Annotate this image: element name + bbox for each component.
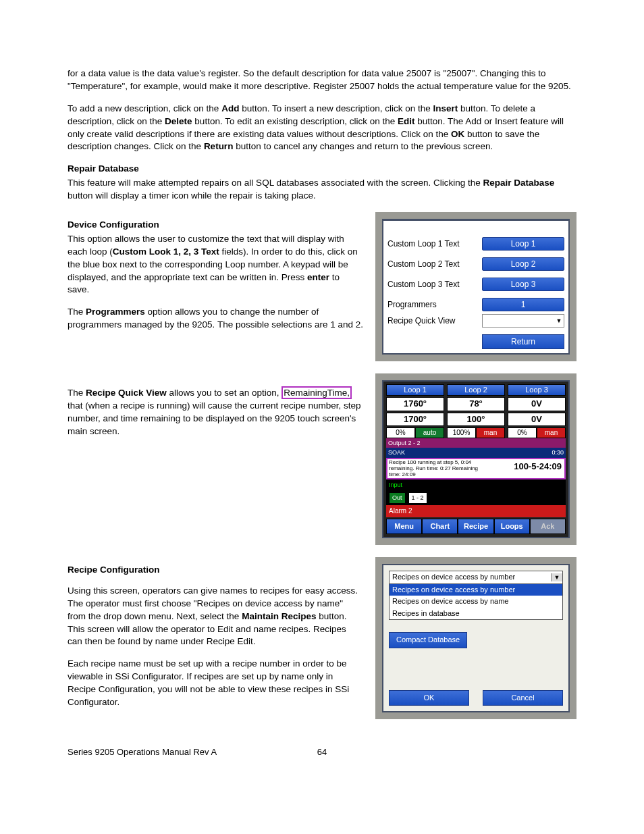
device-config-screenshot: Custom Loop 1 Text Loop 1 Custom Loop 2 … xyxy=(375,212,576,361)
dropdown-option-in-database[interactable]: Recipes in database xyxy=(390,608,562,619)
loop2-value2: 100° xyxy=(447,413,505,426)
programmers-bold: Programmers xyxy=(86,307,145,317)
maintain-recipes-bold: Maintain Recipes xyxy=(242,611,316,621)
footer-page-number: 64 xyxy=(308,746,336,758)
recipe-config-screenshot: Recipes on device access by number ▼ Rec… xyxy=(375,557,576,719)
recipe-display-highlight: Recipe 100 running at step 5, 0:04 remai… xyxy=(386,458,566,479)
loop3-pct: 0% xyxy=(508,427,537,438)
output-bar: Output 2 - 2 xyxy=(386,438,566,448)
recipe-configuration-p2: Each recipe name must be set up with a r… xyxy=(68,658,363,709)
custom-loop3-field[interactable]: Loop 3 xyxy=(482,278,564,291)
recipe-quick-view-bold: Recipe Quick View xyxy=(86,388,167,398)
text: This feature will make attempted repairs… xyxy=(68,178,483,188)
text: allows you to set an option, xyxy=(167,388,281,398)
loop3-mode[interactable]: man xyxy=(537,427,566,438)
custom-loop1-field[interactable]: Loop 1 xyxy=(482,237,564,251)
compact-database-button[interactable]: Compact Database xyxy=(389,632,467,648)
programmers-label: Programmers xyxy=(387,299,482,311)
custom-look-text-bold: Custom Look 1, 2, 3 Text xyxy=(113,246,219,257)
loop2-mode[interactable]: man xyxy=(476,427,505,438)
text: button will display a timer icon while t… xyxy=(68,190,316,201)
insert-label: Insert xyxy=(433,103,458,113)
loop1-mode[interactable]: auto xyxy=(415,427,444,438)
ok-label: OK xyxy=(451,129,464,139)
ok-button[interactable]: OK xyxy=(389,690,469,706)
text: button. To edit an existing description,… xyxy=(192,116,398,126)
add-label: Add xyxy=(221,103,239,113)
recipe-running-text: Recipe 100 running at step 5, 0:04 remai… xyxy=(387,459,489,478)
loop2-pct: 100% xyxy=(447,427,476,438)
repair-database-bold: Repair Database xyxy=(483,178,555,188)
enter-bold: enter xyxy=(307,272,329,282)
text: button to cancel any changes and return … xyxy=(233,141,493,151)
loop3-value1: 0V xyxy=(508,397,566,411)
dropdown-option-by-name[interactable]: Recipes on device access by name xyxy=(390,596,562,607)
soak-bar: SOAK 0:30 xyxy=(386,448,566,458)
repair-database-heading: Repair Database xyxy=(68,163,576,176)
loop1-value2: 1700° xyxy=(386,413,444,426)
device-configuration-p2: The Programmers option allows you to cha… xyxy=(68,306,363,332)
out-label: Out xyxy=(389,492,406,504)
chart-button[interactable]: Chart xyxy=(422,519,458,534)
text: The xyxy=(68,388,86,398)
recipe-quick-view-dropdown[interactable]: ▼ xyxy=(482,314,564,328)
custom-loop3-label: Custom Loop 3 Text xyxy=(387,279,482,290)
text: that (when a recipe is running) will cau… xyxy=(68,400,360,436)
device-configuration-heading: Device Configuration xyxy=(68,219,363,232)
ack-button[interactable]: Ack xyxy=(530,519,566,534)
loop1-value1: 1760° xyxy=(386,397,444,411)
menu-button[interactable]: Menu xyxy=(386,519,422,534)
custom-loop1-label: Custom Loop 1 Text xyxy=(387,238,482,250)
intro-paragraph-2: To add a new description, click on the A… xyxy=(68,103,576,154)
page-footer: Series 9205 Operations Manual Rev A 64 xyxy=(68,746,576,758)
delete-label: Delete xyxy=(165,116,192,126)
recipe-quick-view-text: The Recipe Quick View allows you to set … xyxy=(68,387,363,438)
dropdown-option-by-number[interactable]: Recipes on device access by number xyxy=(390,584,562,596)
soak-label: SOAK xyxy=(388,448,405,457)
remaining-time-highlight: RemainingTime, xyxy=(281,386,352,399)
loop3-value2: 0V xyxy=(508,413,566,426)
return-label: Return xyxy=(204,141,234,151)
device-configuration-p1: This option allows the user to customize… xyxy=(68,233,363,296)
edit-label: Edit xyxy=(398,116,415,126)
out-value: 1 - 2 xyxy=(408,492,427,504)
intro-paragraph-1: for a data value is the data value's reg… xyxy=(68,68,576,93)
loops-button[interactable]: Loops xyxy=(494,519,530,534)
cancel-button[interactable]: Cancel xyxy=(483,690,563,706)
recipe-configuration-p1: Using this screen, operators can give na… xyxy=(68,585,363,648)
recipe-access-dropdown[interactable]: Recipes on device access by number ▼ xyxy=(389,571,563,584)
dropdown-options: Recipes on device access by number Recip… xyxy=(389,584,563,620)
loop2-header[interactable]: Loop 2 xyxy=(447,384,505,396)
loop1-pct: 0% xyxy=(386,427,415,438)
recipe-configuration-heading: Recipe Configuration xyxy=(68,564,363,577)
loop3-header[interactable]: Loop 3 xyxy=(508,384,566,396)
text: To add a new description, click on the xyxy=(68,103,221,113)
soak-time: 0:30 xyxy=(552,448,564,457)
footer-title: Series 9205 Operations Manual Rev A xyxy=(68,746,308,758)
dropdown-selected: Recipes on device access by number xyxy=(390,572,551,582)
repair-database-text: This feature will make attempted repairs… xyxy=(68,177,576,203)
loop2-value1: 78° xyxy=(447,397,505,411)
chevron-down-icon: ▼ xyxy=(551,573,562,582)
recipe-button[interactable]: Recipe xyxy=(458,519,493,534)
programmers-field[interactable]: 1 xyxy=(482,298,564,311)
custom-loop2-field[interactable]: Loop 2 xyxy=(482,257,564,271)
recipe-display-value: 100-5-24:09 xyxy=(489,459,564,478)
text: button. To insert a new description, cli… xyxy=(239,103,433,113)
loop1-header[interactable]: Loop 1 xyxy=(386,384,444,396)
custom-loop2-label: Custom Loop 2 Text xyxy=(387,259,482,270)
touchscreen-screenshot: Loop 1 1760° 1700° 0% auto Loop 2 78° 10… xyxy=(375,373,576,545)
recipe-quick-view-label: Recipe Quick View xyxy=(387,315,482,327)
alarm-bar: Alarm 2 xyxy=(386,505,566,517)
text: The xyxy=(68,307,86,317)
input-bar: Input xyxy=(386,479,566,491)
return-button[interactable]: Return xyxy=(482,334,564,349)
